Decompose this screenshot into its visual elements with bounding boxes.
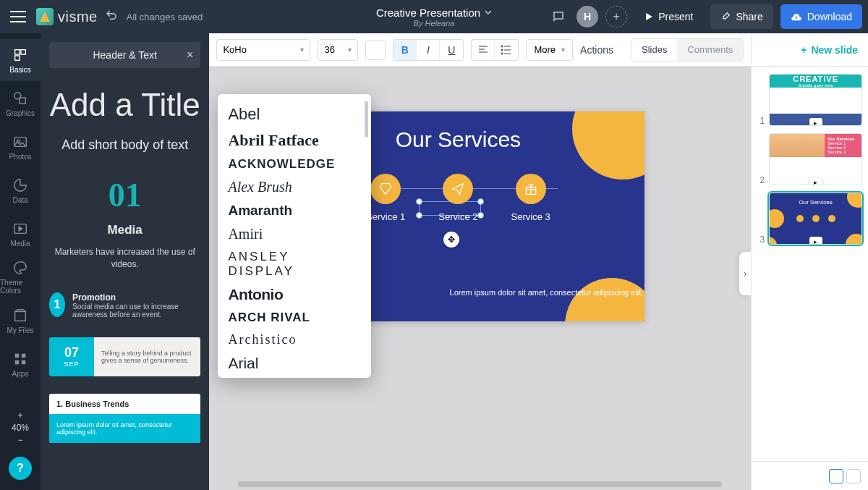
template-number[interactable]: 01 xyxy=(49,176,200,214)
add-collaborator-button[interactable]: + xyxy=(605,6,627,28)
save-status: All changes saved xyxy=(127,12,203,22)
font-option[interactable]: Arial xyxy=(228,351,361,376)
decor-circle xyxy=(565,278,644,321)
horizontal-scrollbar[interactable] xyxy=(238,481,722,487)
expand-panel-button[interactable]: › xyxy=(739,252,751,295)
font-option[interactable]: Abel xyxy=(228,101,361,127)
rail-my-files[interactable]: My Files xyxy=(0,300,41,342)
download-button[interactable]: Download xyxy=(780,4,862,29)
font-option[interactable]: ACKNOWLEDGE xyxy=(228,153,361,175)
rail-graphics[interactable]: Graphics xyxy=(0,83,41,124)
svg-rect-0 xyxy=(15,49,20,54)
underline-button[interactable]: U xyxy=(440,40,463,60)
svg-rect-11 xyxy=(15,360,20,364)
template-trends-card[interactable]: 1. Business Trends Lorem ipsum dolor sit… xyxy=(49,394,200,443)
logo[interactable]: visme xyxy=(36,8,98,25)
hamburger-menu[interactable] xyxy=(6,4,30,29)
svg-rect-10 xyxy=(22,353,26,358)
font-option[interactable]: Archistico xyxy=(228,329,361,351)
share-button[interactable]: Share xyxy=(710,4,773,29)
logo-text: visme xyxy=(58,9,98,25)
tab-slides[interactable]: Slides xyxy=(631,39,677,61)
font-option[interactable]: Amiri xyxy=(228,222,361,246)
slide-body[interactable]: Lorem ipsum dolor sit amet, consectetur … xyxy=(438,288,644,297)
undo-icon[interactable] xyxy=(105,9,118,25)
present-button[interactable]: Present xyxy=(634,4,703,29)
diamond-icon xyxy=(370,174,401,204)
canvas[interactable]: Abel Abril Fatface ACKNOWLEDGE Alex Brus… xyxy=(209,67,751,490)
svg-rect-2 xyxy=(15,55,20,59)
font-size-select[interactable]: 36▾ xyxy=(318,39,358,61)
svg-point-13 xyxy=(501,46,503,47)
svg-rect-4 xyxy=(20,98,25,104)
template-media-desc[interactable]: Marketers have increased the use of vide… xyxy=(49,246,200,271)
paper-plane-icon xyxy=(443,174,473,204)
font-option[interactable]: Antonio xyxy=(228,282,361,307)
more-select[interactable]: More▾ xyxy=(526,39,573,61)
font-dropdown: Abel Abril Fatface ACKNOWLEDGE Alex Brus… xyxy=(218,94,371,378)
decor-circle xyxy=(572,111,644,179)
resize-handle[interactable] xyxy=(416,198,422,205)
avatar[interactable]: H xyxy=(576,6,598,28)
transition-icon[interactable]: ▸ xyxy=(809,177,822,185)
template-title[interactable]: Add a Title xyxy=(49,87,200,123)
document-title[interactable]: Creative Presentation xyxy=(376,7,492,19)
service-label[interactable]: Service 1 xyxy=(366,211,405,222)
zoom-control[interactable]: +40%− xyxy=(12,406,29,449)
slide-thumbnail[interactable]: Our ServicesService 1Service 2Service 3 … xyxy=(769,133,862,185)
font-option[interactable]: Alex Brush xyxy=(228,175,361,199)
rail-apps[interactable]: Apps xyxy=(0,343,41,385)
font-option[interactable]: ANSLEY DISPLAY xyxy=(228,246,361,282)
bold-button[interactable]: B xyxy=(393,40,417,60)
italic-button[interactable]: I xyxy=(417,40,440,60)
actions-menu[interactable]: Actions xyxy=(580,44,613,56)
template-promo-card[interactable]: 1 PromotionSocial media can use to incre… xyxy=(49,292,200,318)
font-family-input[interactable] xyxy=(223,44,288,55)
font-option[interactable]: Amaranth xyxy=(228,199,361,222)
new-slide-button[interactable]: +New slide xyxy=(752,33,868,67)
text-color-swatch[interactable] xyxy=(365,40,386,60)
transition-icon[interactable]: ▸ xyxy=(809,118,822,126)
rail-media[interactable]: Media xyxy=(0,213,41,255)
tab-comments[interactable]: Comments xyxy=(677,39,743,61)
service-label[interactable]: Service 3 xyxy=(511,211,550,222)
rail-photos[interactable]: Photos xyxy=(0,126,41,168)
transition-icon[interactable]: ▸ xyxy=(809,237,822,245)
document-author: By Heleana xyxy=(376,19,492,28)
slide-thumbnail[interactable]: Our Services ▸ xyxy=(769,193,862,245)
gift-icon xyxy=(516,174,546,204)
logo-icon xyxy=(36,8,54,25)
svg-rect-12 xyxy=(22,360,26,364)
service-label[interactable]: Service 2 xyxy=(438,211,477,222)
font-option[interactable]: Audrey xyxy=(228,376,361,378)
font-option[interactable]: Abril Fatface xyxy=(228,127,361,153)
panel-tab[interactable]: Header & Text× xyxy=(49,42,200,68)
text-toolbar: ▾ 36▾ B I U More▾ Actions Slides Comment… xyxy=(209,33,751,67)
list-button[interactable] xyxy=(495,40,518,60)
scrollbar[interactable] xyxy=(365,101,368,138)
rail-theme-colors[interactable]: Theme Colors xyxy=(0,256,41,298)
svg-point-15 xyxy=(501,53,503,54)
slides-panel: +New slide 1 CREATIVESubtitle goes here … xyxy=(751,33,868,490)
chevron-down-icon: ▾ xyxy=(348,46,352,54)
font-option[interactable]: ARCH RIVAL xyxy=(228,307,361,329)
close-icon[interactable]: × xyxy=(187,48,193,62)
svg-rect-1 xyxy=(21,49,25,54)
template-media-heading[interactable]: Media xyxy=(49,223,200,237)
svg-point-14 xyxy=(501,49,503,51)
view-grid-button[interactable] xyxy=(829,469,843,483)
svg-rect-9 xyxy=(15,353,20,358)
rail-data[interactable]: Data xyxy=(0,169,41,211)
chat-icon[interactable] xyxy=(548,6,569,28)
help-button[interactable]: ? xyxy=(9,457,32,480)
chevron-down-icon: ▾ xyxy=(300,46,304,54)
view-list-button[interactable] xyxy=(846,469,861,483)
rail-basics[interactable]: Basics xyxy=(0,39,41,81)
template-date-card[interactable]: 07SEP Telling a story behind a product g… xyxy=(49,337,200,376)
content-panel: Header & Text× Add a Title Add short bod… xyxy=(41,33,209,490)
font-family-select[interactable]: ▾ xyxy=(216,39,310,61)
left-rail: Basics Graphics Photos Data Media Theme … xyxy=(0,33,41,490)
align-button[interactable] xyxy=(472,40,495,60)
slide-thumbnail[interactable]: CREATIVESubtitle goes here ▸ xyxy=(769,74,862,126)
template-subtitle[interactable]: Add short body of text xyxy=(49,138,200,153)
